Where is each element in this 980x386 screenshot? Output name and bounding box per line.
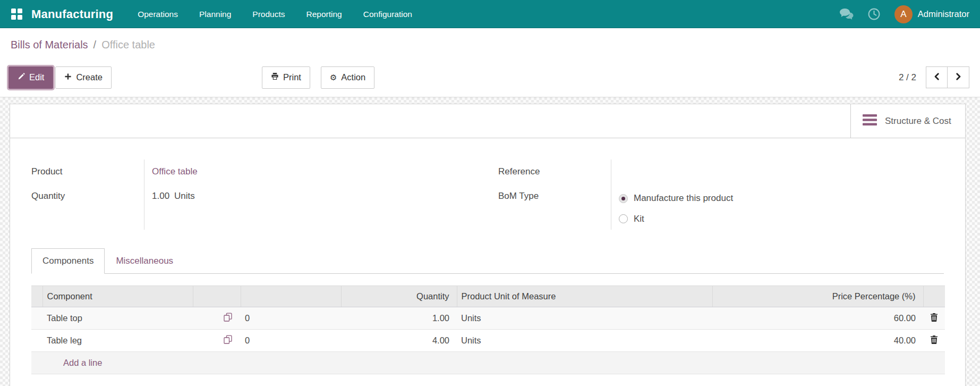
row-handle[interactable]: [31, 330, 42, 352]
table-row[interactable]: Table top 0 1.00 Units 60.00: [31, 307, 945, 330]
pager-previous-button[interactable]: [926, 66, 948, 88]
price-cell[interactable]: 60.00: [712, 307, 923, 330]
forecast-count: 0: [241, 307, 341, 330]
button-box: Structure & Cost: [10, 104, 965, 138]
form-fields: Product Quantity Office table 1.00 Units…: [10, 138, 965, 230]
app-name[interactable]: Manufacturing: [31, 7, 113, 21]
quantity-column-header[interactable]: Quantity: [341, 286, 457, 307]
product-label: Product: [31, 160, 144, 184]
copy-pages-icon[interactable]: [193, 307, 241, 330]
trash-icon: [930, 313, 938, 324]
row-handle[interactable]: [31, 307, 42, 330]
forecast-count: 0: [241, 330, 341, 352]
quantity-cell[interactable]: 1.00: [341, 307, 457, 330]
menu-configuration[interactable]: Configuration: [363, 10, 412, 19]
bom-type-label: BoM Type: [498, 184, 611, 208]
form-group-right: Reference BoM Type Manufacture this prod…: [498, 160, 944, 230]
add-line-row[interactable]: Add a line: [31, 352, 945, 374]
control-panel: Edit Create Print ⚙ Action 2 / 2: [0, 58, 980, 97]
apps-grid-icon[interactable]: [11, 8, 23, 20]
copy-pages-icon[interactable]: [193, 330, 241, 352]
product-value-link[interactable]: Office table: [152, 160, 477, 184]
count-column-header: [241, 286, 341, 307]
trash-icon: [930, 335, 938, 346]
report-list-icon: [863, 114, 877, 128]
user-menu[interactable]: A Administrator: [894, 5, 969, 23]
radio-selected-icon[interactable]: [619, 194, 628, 203]
menu-products[interactable]: Products: [252, 10, 285, 19]
component-cell[interactable]: Table top: [42, 307, 193, 330]
quantity-uom: Units: [174, 191, 195, 202]
reference-label: Reference: [498, 160, 611, 184]
table-header-row: Component Quantity Product Unit of Measu…: [31, 286, 945, 307]
menu-reporting[interactable]: Reporting: [306, 10, 342, 19]
gear-icon: ⚙: [330, 73, 337, 81]
form-group-left: Product Quantity Office table 1.00 Units: [31, 160, 477, 230]
bom-type-option-manufacture[interactable]: Manufacture this product: [619, 187, 944, 209]
add-line-link[interactable]: Add a line: [31, 352, 945, 374]
chevron-left-icon: [933, 72, 941, 83]
plus-icon: [64, 72, 72, 82]
pager-next-button[interactable]: [948, 66, 969, 88]
price-column-header[interactable]: Price Percentage (%): [712, 286, 923, 307]
uom-column-header[interactable]: Product Unit of Measure: [457, 286, 712, 307]
menu-planning[interactable]: Planning: [199, 10, 231, 19]
quantity-cell[interactable]: 4.00: [341, 330, 457, 352]
app-window: Manufacturing Operations Planning Produc…: [0, 0, 980, 386]
notebook-tabs: Components Miscellaneous: [31, 248, 944, 274]
printer-icon: [271, 72, 279, 82]
tab-components[interactable]: Components: [31, 248, 105, 274]
components-table: Component Quantity Product Unit of Measu…: [31, 286, 944, 374]
structure-cost-button[interactable]: Structure & Cost: [850, 104, 965, 138]
tab-miscellaneous[interactable]: Miscellaneous: [105, 248, 184, 274]
messages-icon[interactable]: [839, 8, 854, 20]
action-button[interactable]: ⚙ Action: [321, 66, 374, 89]
menu-operations[interactable]: Operations: [138, 10, 178, 19]
avatar: A: [894, 5, 913, 23]
edit-button[interactable]: Edit: [8, 66, 53, 89]
price-cell[interactable]: 40.00: [712, 330, 923, 352]
create-button[interactable]: Create: [55, 66, 112, 89]
breadcrumb-parent-link[interactable]: Bills of Materials: [11, 39, 88, 51]
form-sheet: Structure & Cost Product Quantity Office…: [10, 104, 966, 386]
activities-clock-icon[interactable]: [867, 7, 881, 21]
main-menu: Operations Planning Products Reporting C…: [138, 10, 412, 19]
quantity-value: 1.00 Units: [152, 184, 477, 208]
reference-value[interactable]: [619, 160, 944, 184]
uom-cell[interactable]: Units: [457, 307, 712, 330]
content-area: Structure & Cost Product Quantity Office…: [0, 97, 980, 386]
radio-unselected-icon[interactable]: [619, 214, 628, 223]
pencil-icon: [18, 72, 25, 82]
print-button[interactable]: Print: [262, 66, 310, 89]
breadcrumb-separator: /: [93, 39, 97, 51]
user-name: Administrator: [918, 9, 969, 19]
delete-row-button[interactable]: [930, 313, 938, 324]
forecast-column-header: [193, 286, 241, 307]
pager-count: 2 / 2: [899, 72, 916, 83]
component-cell[interactable]: Table leg: [42, 330, 193, 352]
uom-cell[interactable]: Units: [457, 330, 712, 352]
structure-cost-label: Structure & Cost: [885, 116, 951, 127]
chevron-right-icon: [954, 72, 962, 83]
quantity-label: Quantity: [31, 184, 144, 208]
handle-column-header: [31, 286, 42, 307]
top-navbar: Manufacturing Operations Planning Produc…: [0, 0, 980, 28]
breadcrumb: Bills of Materials / Office table: [0, 28, 980, 58]
pager: 2 / 2: [899, 66, 969, 88]
component-column-header[interactable]: Component: [42, 286, 193, 307]
bom-type-option-kit[interactable]: Kit: [619, 209, 944, 228]
trash-column-header: [923, 286, 945, 307]
breadcrumb-current: Office table: [101, 39, 155, 51]
delete-row-button[interactable]: [930, 335, 938, 346]
table-row[interactable]: Table leg 0 4.00 Units 40.00: [31, 330, 945, 352]
